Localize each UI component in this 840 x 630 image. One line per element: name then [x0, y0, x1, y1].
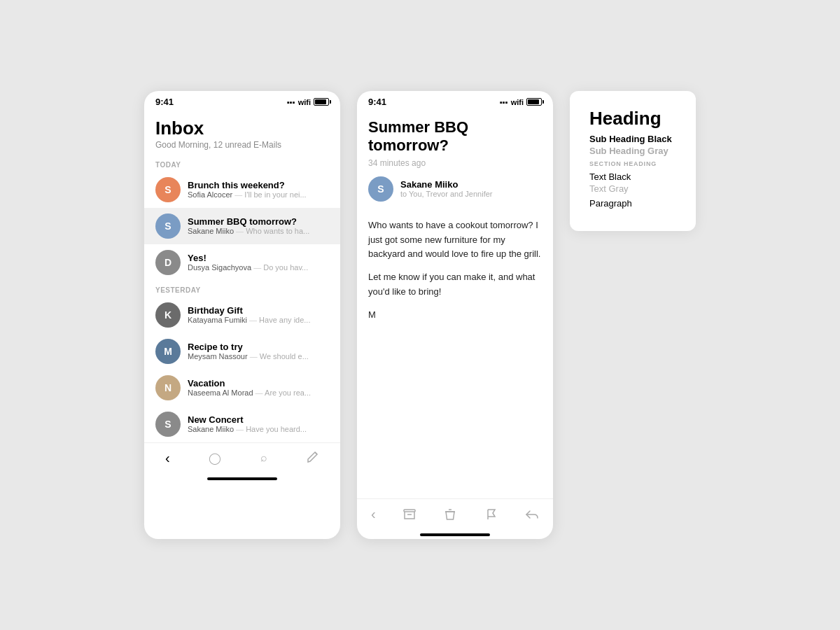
- email-subject-bbq: Summer BBQ tomorrow?: [188, 216, 329, 227]
- typo-paragraph: Paragraph: [589, 198, 676, 209]
- typo-heading: Heading: [589, 108, 676, 130]
- detail-back-button[interactable]: ‹: [371, 506, 376, 522]
- home-indicator: [207, 477, 277, 480]
- detail-subject: Summer BBQ tomorrow?: [368, 118, 542, 155]
- svg-rect-0: [404, 510, 415, 512]
- email-subject-birthday: Birthday Gift: [188, 305, 329, 316]
- compose-icon[interactable]: [307, 450, 319, 465]
- reply-icon[interactable]: [525, 507, 539, 522]
- typo-text-gray: Text Gray: [589, 183, 676, 194]
- email-meta-birthday: Katayama Fumiki — Have any ide...: [188, 316, 329, 324]
- email-item-yes[interactable]: D Yes! Dusya Sigachyova — Do you hav...: [144, 244, 340, 281]
- email-content-yes: Yes! Dusya Sigachyova — Do you hav...: [188, 253, 329, 272]
- email-item-vacation[interactable]: N Vacation Naseema Al Morad — Are you re…: [144, 370, 340, 406]
- detail-screen: 9:41 ▪▪▪ wifi Summer BBQ tomorrow? 34 mi…: [357, 91, 553, 539]
- detail-time: 34 minutes ago: [368, 158, 542, 168]
- back-button[interactable]: ‹: [165, 450, 170, 466]
- avatar-recipe: M: [155, 339, 181, 364]
- email-item-bbq[interactable]: S Summer BBQ tomorrow? Sakane Miiko — Wh…: [144, 208, 340, 244]
- email-content-recipe: Recipe to try Meysam Nassour — We should…: [188, 342, 329, 360]
- email-item-brunch[interactable]: S Brunch this weekend? Sofia Alcocer — I…: [144, 172, 340, 208]
- email-content-bbq: Summer BBQ tomorrow? Sakane Miiko — Who …: [188, 216, 329, 235]
- email-content-brunch: Brunch this weekend? Sofia Alcocer — I'l…: [188, 180, 329, 199]
- typo-section-heading: Section Heading: [589, 160, 676, 167]
- status-time: 9:41: [155, 97, 174, 107]
- section-today: TODAY: [144, 155, 340, 172]
- detail-bottom-nav: ‹: [357, 498, 553, 529]
- status-bar: 9:41 ▪▪▪ wifi: [144, 91, 340, 110]
- flag-icon[interactable]: [484, 507, 498, 522]
- email-subject-concert: New Concert: [188, 414, 329, 425]
- inbox-subtitle: Good Morning, 12 unread E-Mails: [155, 140, 329, 150]
- typo-text-black: Text Black: [589, 172, 676, 182]
- typography-card: Heading Sub Heading Black Sub Heading Gr…: [570, 91, 696, 231]
- sender-to: to You, Trevor and Jennifer: [400, 190, 492, 198]
- email-meta-brunch: Sofia Alcocer — I'll be in your nei...: [188, 190, 329, 199]
- avatar-birthday: K: [155, 302, 181, 328]
- signal-icon: ▪▪▪: [287, 98, 295, 106]
- avatar-brunch: S: [155, 177, 181, 202]
- body-para-2: Let me know if you can make it, and what…: [368, 270, 542, 300]
- detail-body: Who wants to have a cookout tomorrow? I …: [357, 218, 553, 323]
- trash-icon[interactable]: [443, 507, 457, 522]
- email-meta-vacation: Naseema Al Morad — Are you rea...: [188, 388, 329, 397]
- email-item-concert[interactable]: S New Concert Sakane Miiko — Have you he…: [144, 406, 340, 442]
- detail-home-indicator: [420, 533, 490, 536]
- battery-icon: [314, 98, 329, 106]
- sender-info: Sakane Miiko to You, Trevor and Jennifer: [400, 179, 492, 198]
- detail-status-icons: ▪▪▪ wifi: [500, 98, 542, 106]
- body-para-1: Who wants to have a cookout tomorrow? I …: [368, 218, 542, 262]
- detail-avatar: S: [368, 176, 393, 202]
- email-subject-yes: Yes!: [188, 253, 329, 263]
- detail-signal-icon: ▪▪▪: [500, 98, 508, 106]
- typo-subheading-gray: Sub Heading Gray: [589, 146, 676, 156]
- email-subject-vacation: Vacation: [188, 378, 329, 388]
- detail-status-time: 9:41: [368, 97, 386, 107]
- email-meta-concert: Sakane Miiko — Have you heard...: [188, 425, 329, 433]
- detail-wifi-icon: wifi: [511, 98, 524, 106]
- inbox-header: Inbox Good Morning, 12 unread E-Mails: [144, 110, 340, 155]
- email-content-birthday: Birthday Gift Katayama Fumiki — Have any…: [188, 305, 329, 324]
- inbox-screen: 9:41 ▪▪▪ wifi Inbox Good Morning, 12 unr…: [144, 91, 340, 539]
- inbox-title: Inbox: [155, 118, 329, 139]
- section-yesterday: YESTERDAY: [144, 281, 340, 297]
- sender-name: Sakane Miiko: [400, 179, 492, 190]
- email-item-birthday[interactable]: K Birthday Gift Katayama Fumiki — Have a…: [144, 297, 340, 333]
- detail-header: Summer BBQ tomorrow? 34 minutes ago S Sa…: [357, 110, 553, 218]
- avatar-vacation: N: [155, 375, 181, 400]
- email-meta-bbq: Sakane Miiko — Who wants to ha...: [188, 227, 329, 235]
- archive-icon[interactable]: [402, 507, 416, 522]
- status-icons: ▪▪▪ wifi: [287, 98, 329, 106]
- search-icon[interactable]: ⌕: [260, 451, 267, 464]
- email-subject-recipe: Recipe to try: [188, 342, 329, 352]
- detail-sender-row: S Sakane Miiko to You, Trevor and Jennif…: [368, 176, 542, 202]
- email-subject-brunch: Brunch this weekend?: [188, 180, 329, 190]
- email-meta-recipe: Meysam Nassour — We should e...: [188, 352, 329, 360]
- person-icon[interactable]: ◯: [209, 451, 221, 465]
- wifi-icon: wifi: [298, 98, 311, 106]
- avatar-bbq: S: [155, 214, 181, 239]
- avatar-concert: S: [155, 412, 181, 437]
- email-item-recipe[interactable]: M Recipe to try Meysam Nassour — We shou…: [144, 333, 340, 370]
- email-content-concert: New Concert Sakane Miiko — Have you hear…: [188, 414, 329, 433]
- typo-subheading-black: Sub Heading Black: [589, 134, 676, 144]
- email-meta-yes: Dusya Sigachyova — Do you hav...: [188, 263, 329, 272]
- inbox-bottom-nav: ‹ ◯ ⌕: [144, 442, 340, 473]
- email-content-vacation: Vacation Naseema Al Morad — Are you rea.…: [188, 378, 329, 397]
- detail-battery-icon: [526, 98, 542, 106]
- body-para-3: M: [368, 308, 542, 323]
- avatar-yes: D: [155, 250, 181, 275]
- detail-status-bar: 9:41 ▪▪▪ wifi: [357, 91, 553, 110]
